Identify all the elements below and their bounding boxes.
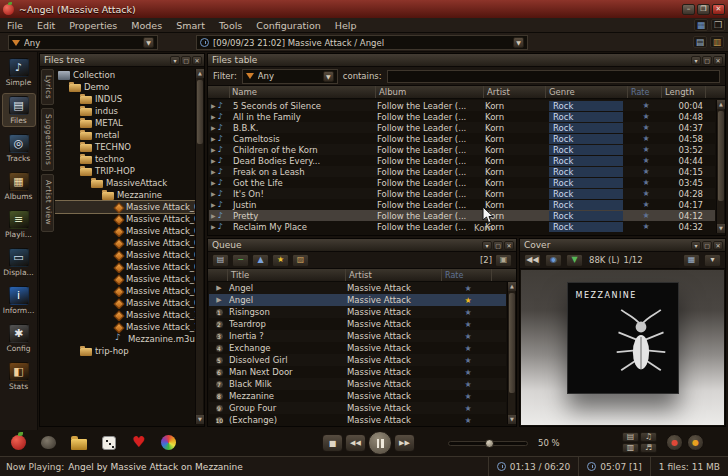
scroll-up-icon[interactable]: ▲	[196, 69, 204, 78]
scroll-up-icon[interactable]: ▲	[508, 282, 516, 291]
scroll-down-icon[interactable]: ▼	[508, 415, 516, 424]
tree-node[interactable]: METAL	[55, 117, 195, 129]
perspective-tracks[interactable]: ◎Tracks	[2, 131, 36, 165]
queue-arrow-up-button[interactable]: ▲	[252, 254, 269, 267]
album-art[interactable]: MEZZANINE	[567, 282, 679, 394]
scroll-thumb[interactable]	[509, 293, 515, 393]
scroll-thumb[interactable]	[718, 111, 724, 201]
tree-node[interactable]: INDUS	[55, 93, 195, 105]
bell-button[interactable]: ●	[687, 434, 704, 451]
mini-toggle-button[interactable]: ♫	[640, 432, 657, 442]
tree-node[interactable]: Massive Attack_02_mezzanine.mp	[55, 213, 195, 225]
queue-minus-button[interactable]: −	[232, 254, 249, 267]
table-row[interactable]: ▶♪Got the LifeFollow the Leader (...Korn…	[209, 177, 715, 188]
pause-button[interactable]	[368, 431, 392, 455]
tree-node[interactable]: metal	[55, 129, 195, 141]
tree-scrollbar[interactable]: ▲ ▼	[195, 69, 203, 424]
perspective-config[interactable]: ✱Config	[2, 321, 36, 355]
ambience-select[interactable]: Any ▼	[8, 35, 158, 50]
column-header-length[interactable]: Length	[662, 86, 706, 98]
table-row[interactable]: ▶♪B.B.K.Follow the Leader (...KornRock★0…	[209, 122, 715, 133]
table-row[interactable]: ▶♪It's On!Follow the Leader (...KornRock…	[209, 188, 715, 199]
queue-row[interactable]: 5Dissolved GirlMassive Attack★	[209, 354, 506, 366]
next-button[interactable]: ▶▶	[394, 434, 415, 452]
side-tab-lyrics[interactable]: Lyrics	[41, 69, 54, 105]
mini-toggle-button[interactable]: ▤	[622, 432, 639, 442]
tree-node[interactable]: trip-hop	[55, 345, 195, 357]
history-select[interactable]: [09/09/23 21:02] Massive Attack / Angel …	[196, 35, 528, 50]
column-header-rate[interactable]: Rate	[442, 269, 492, 281]
volume-slider[interactable]	[448, 441, 528, 446]
column-header-name[interactable]: Name	[230, 86, 376, 98]
table-row[interactable]: ▶♪5 Seconds of SilenceFollow the Leader …	[209, 100, 715, 111]
tree-node[interactable]: TECHNO	[55, 141, 195, 153]
dice-button[interactable]	[100, 434, 117, 451]
tree-node[interactable]: Massive Attack_04_mezzanine.mp	[55, 237, 195, 249]
panel-maximize-button[interactable]: ▢	[493, 241, 503, 250]
perspective-playli[interactable]: ≡Playli...	[2, 207, 36, 241]
queue-row[interactable]: ▶AngelMassive Attack★	[209, 282, 506, 294]
report-button[interactable]: ▤	[693, 36, 707, 48]
side-tab-suggestions[interactable]: Suggestions	[41, 108, 54, 171]
tree-node[interactable]: Massive Attack_03_mezzanine.mp	[55, 225, 195, 237]
filter-select[interactable]: Any ▼	[242, 69, 338, 84]
mouse-button[interactable]	[40, 434, 57, 451]
tree-node[interactable]: Massive Attack_01_mezzanine.mp	[55, 201, 195, 213]
folder-button[interactable]	[70, 434, 87, 451]
panel-menu-button[interactable]: ▾	[691, 241, 701, 250]
queue-row[interactable]: 7Black MilkMassive Attack★	[209, 378, 506, 390]
queue-row[interactable]: 4ExchangeMassive Attack★	[209, 342, 506, 354]
table-row[interactable]: ▶♪JustinFollow the Leader (...KornRock★0…	[209, 199, 715, 210]
tree-node[interactable]: Massive Attack_09_mezzanine.mp	[55, 297, 195, 309]
menu-properties[interactable]: Properties	[62, 18, 124, 32]
files-table-header[interactable]: NameAlbumArtistGenreRateLength	[208, 86, 725, 99]
side-tab-artist-view[interactable]: Artist view	[41, 174, 54, 231]
tree-node[interactable]: Massive Attack_07_mezzanine.mp	[55, 273, 195, 285]
cover-picture-button[interactable]: ▦	[683, 254, 700, 267]
table-row[interactable]: ▶♪Dead Bodies Every...Follow the Leader …	[209, 155, 715, 166]
maximize-button[interactable]: ❐	[697, 4, 710, 15]
cover-dropdown-button[interactable]: ▾	[704, 254, 721, 267]
table-row[interactable]: ▶♪CameltosisFollow the Leader (...KornRo…	[209, 133, 715, 144]
column-header-artist[interactable]: Artist	[484, 86, 546, 98]
queue-row[interactable]: 2TeardropMassive Attack★	[209, 318, 506, 330]
files-scrollbar[interactable]: ▲ ▼	[716, 100, 724, 233]
minimize-button[interactable]: –	[682, 4, 695, 15]
table-row[interactable]: ▶♪PrettyFollow the Leader (...KornRock★0…	[209, 210, 715, 221]
panel-menu-button[interactable]: ▾	[691, 56, 701, 65]
scroll-up-icon[interactable]: ▲	[717, 100, 725, 109]
fullscreen-button[interactable]: ❒	[711, 19, 725, 31]
panel-close-button[interactable]: ✕	[504, 241, 514, 250]
queue-row[interactable]: 6Man Next DoorMassive Attack★	[209, 366, 506, 378]
menu-configuration[interactable]: Configuration	[249, 18, 327, 32]
tree-node[interactable]: Massive Attack_06_mezzanine.mp	[55, 261, 195, 273]
tree-node[interactable]: Mezzanine.m3u	[55, 333, 195, 345]
perspective-displa[interactable]: ▭Displa...	[2, 245, 36, 279]
panel-menu-button[interactable]: ▾	[170, 56, 180, 65]
options-button[interactable]: ▥	[710, 36, 724, 48]
tree-node[interactable]: Massive Attack_05_mezzanine.mp	[55, 249, 195, 261]
panel-close-button[interactable]: ✕	[713, 241, 723, 250]
queue-row[interactable]: ▶AngelMassive Attack★	[209, 294, 506, 306]
tree-node[interactable]: TRIP-HOP	[55, 165, 195, 177]
previous-button[interactable]: ◀◀	[345, 434, 366, 452]
tile-windows-button[interactable]: ▦	[694, 19, 708, 31]
tree-node[interactable]: Demo	[55, 81, 195, 93]
party-button[interactable]	[160, 434, 177, 451]
menu-file[interactable]: File	[0, 18, 30, 32]
push-to-device-button[interactable]: ▣	[495, 254, 512, 267]
queue-scrollbar[interactable]: ▲ ▼	[507, 282, 515, 424]
column-header-rate[interactable]: Rate	[628, 86, 662, 98]
menu-modes[interactable]: Modes	[124, 18, 169, 32]
perspective-files[interactable]: ▤Files	[2, 93, 36, 127]
column-header-genre[interactable]: Genre	[546, 86, 628, 98]
cover-web-button[interactable]: ◉	[545, 254, 562, 267]
volume-handle[interactable]	[485, 439, 494, 448]
queue-row[interactable]: 9Group FourMassive Attack★	[209, 402, 506, 414]
tree-node[interactable]: Collection	[55, 69, 195, 81]
tree-node[interactable]: indus	[55, 105, 195, 117]
perspective-simple[interactable]: ♪Simple	[2, 55, 36, 89]
tree-node[interactable]: Massive Attack_11_mezzanine.mp	[55, 321, 195, 333]
table-row[interactable]: ▶♪Reclaim My PlaceFollow the Leader (...…	[209, 221, 715, 232]
queue-row[interactable]: 1RisingsonMassive Attack★	[209, 306, 506, 318]
